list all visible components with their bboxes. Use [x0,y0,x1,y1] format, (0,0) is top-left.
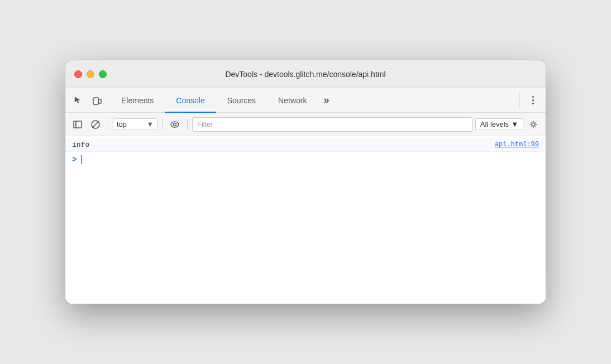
toolbar-separator-1 [108,119,108,130]
tab-bar: Elements Console Sources Network » [65,88,546,113]
devtools-menu-button[interactable] [524,92,541,109]
maximize-button[interactable] [99,70,107,78]
svg-point-9 [532,123,535,126]
devtools-window: DevTools - devtools.glitch.me/console/ap… [65,60,546,304]
title-bar: DevTools - devtools.glitch.me/console/ap… [65,60,546,88]
toolbar-separator-2 [162,119,163,130]
minimize-button[interactable] [87,70,94,78]
console-toolbar: top ▼ All levels ▼ [65,113,546,136]
svg-rect-1 [98,99,101,103]
kebab-icon [532,96,534,104]
svg-point-7 [171,122,179,127]
console-settings-button[interactable] [526,117,541,132]
tab-console[interactable]: Console [165,88,216,113]
device-toolbar-button[interactable] [89,92,106,109]
tab-toolbar-icons [70,92,106,109]
context-arrow: ▼ [146,120,154,128]
console-input-row[interactable]: > [65,152,546,167]
console-row: info api.html:99 [65,138,546,152]
close-button[interactable] [74,70,82,78]
live-expressions-button[interactable] [167,117,183,132]
window-title: DevTools - devtools.glitch.me/console/ap… [225,70,385,79]
console-prompt-symbol: > [72,155,77,164]
context-selector[interactable]: top ▼ [113,118,157,130]
tab-separator [519,92,520,109]
clear-console-button[interactable] [88,117,103,132]
tab-sources[interactable]: Sources [216,88,267,113]
svg-rect-0 [93,98,98,104]
tab-list: Elements Console Sources Network » [110,88,515,113]
console-source-link[interactable]: api.html:99 [495,141,539,149]
toolbar-separator-3 [187,119,188,130]
levels-arrow-icon: ▼ [511,120,518,128]
traffic-lights [74,70,107,78]
filter-input[interactable] [192,117,473,132]
console-cursor [81,155,82,164]
tab-more-button[interactable]: » [318,92,335,109]
console-output: info api.html:99 > [65,136,546,304]
tab-network[interactable]: Network [267,88,318,113]
tab-elements[interactable]: Elements [110,88,165,113]
log-levels-selector[interactable]: All levels ▼ [475,118,523,130]
svg-marker-4 [75,123,76,126]
console-message: info [72,141,488,149]
toggle-sidebar-button[interactable] [70,117,85,132]
svg-point-8 [174,123,176,126]
inspect-element-button[interactable] [70,92,87,109]
svg-line-6 [93,121,99,127]
